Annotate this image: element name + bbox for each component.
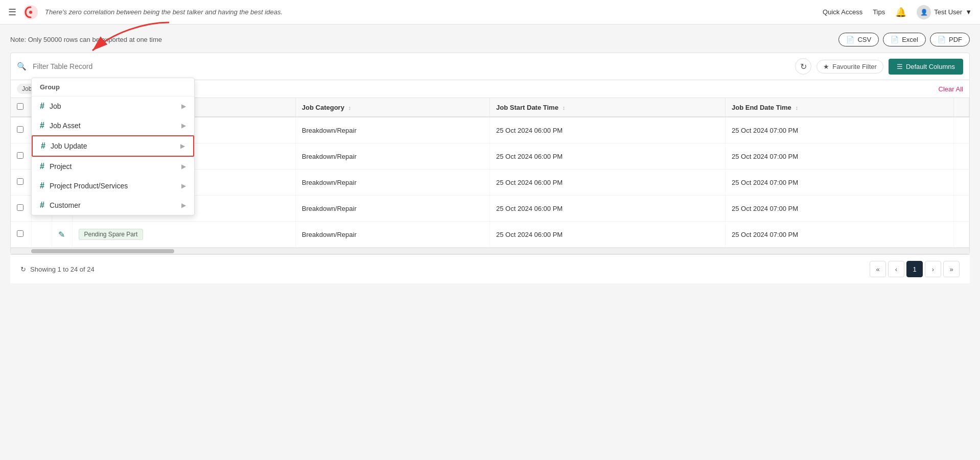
- dropdown-project-label: Project: [50, 162, 72, 171]
- quick-access-link[interactable]: Quick Access: [823, 8, 862, 16]
- row-status-cell: Pending Spare Part: [72, 222, 295, 248]
- search-icon: 🔍: [17, 62, 27, 71]
- hash-icon-job-asset: #: [40, 121, 44, 130]
- top-navigation: ☰ There's zero correlation between being…: [0, 0, 980, 25]
- pdf-export-button[interactable]: 📄 PDF: [930, 33, 970, 46]
- row-checkbox-cell: [11, 170, 31, 196]
- dropdown-item-job-update[interactable]: # Job Update ▶: [32, 135, 194, 157]
- filter-table-input[interactable]: [33, 62, 789, 70]
- select-all-checkbox[interactable]: [17, 103, 24, 110]
- filter-bar: 🔍 ↻ ★ Favourite Filter ☰ Default Columns: [11, 53, 969, 80]
- dropdown-job-update-label: Job Update: [51, 142, 87, 150]
- chevron-right-icon-job-asset: ▶: [181, 122, 186, 129]
- app-logo: [22, 4, 39, 20]
- row-category-cell: Breakdown/Repair: [295, 222, 489, 248]
- row-checkbox[interactable]: [17, 126, 24, 133]
- row-checkbox[interactable]: [17, 204, 24, 211]
- user-chevron-down-icon: ▼: [965, 8, 972, 16]
- col-header-actions: [954, 98, 969, 117]
- export-buttons: 📄 CSV 📄 Excel 📄 PDF: [838, 33, 970, 46]
- row-checkbox-cell: [11, 143, 31, 170]
- dropdown-item-customer[interactable]: # Customer ▶: [32, 196, 194, 215]
- col-header-job-category[interactable]: Job Category ↕: [295, 98, 489, 117]
- col-header-job-start[interactable]: Job Start Date Time ↕: [490, 98, 726, 117]
- pagination-controls: « ‹ 1 › »: [870, 261, 960, 277]
- hash-icon-project-product: #: [40, 181, 44, 190]
- row-category-cell: Breakdown/Repair: [295, 170, 489, 196]
- row-action-cell: [954, 170, 969, 196]
- chevron-right-icon-project-product: ▶: [181, 182, 186, 189]
- star-icon: ★: [823, 63, 829, 70]
- dropdown-item-job[interactable]: # Job ▶: [32, 96, 194, 116]
- next-page-button[interactable]: ›: [925, 261, 941, 277]
- dropdown-item-project-product-services[interactable]: # Project Product/Services ▶: [32, 176, 194, 196]
- refresh-icon[interactable]: ↻: [20, 265, 26, 273]
- row-start-cell: 25 Oct 2024 06:00 PM: [490, 143, 726, 170]
- hash-icon-job: #: [40, 102, 44, 111]
- row-end-cell: 25 Oct 2024 07:00 PM: [726, 196, 954, 222]
- row-action-cell: [954, 117, 969, 143]
- current-page-button[interactable]: 1: [906, 261, 923, 277]
- hash-icon-job-update: #: [41, 141, 45, 151]
- svg-point-1: [29, 11, 32, 14]
- row-end-cell: 25 Oct 2024 07:00 PM: [726, 222, 954, 248]
- filter-section: 🔍 ↻ ★ Favourite Filter ☰ Default Columns: [11, 53, 969, 98]
- row-start-cell: 25 Oct 2024 06:00 PM: [490, 222, 726, 248]
- row-category-cell: Breakdown/Repair: [295, 117, 489, 143]
- excel-export-button[interactable]: 📄 Excel: [883, 33, 926, 46]
- table-row: ✎ Pending Spare Part Breakdown/Repair 25…: [11, 222, 969, 248]
- group-dropdown-menu: Group # Job ▶ # Job Asset ▶: [31, 78, 195, 215]
- sort-icon-job-start: ↕: [563, 105, 566, 111]
- row-edit-cell[interactable]: ✎: [52, 222, 72, 248]
- last-page-button[interactable]: »: [943, 261, 960, 277]
- columns-icon: ☰: [897, 63, 903, 70]
- user-name-label: Test User: [934, 8, 962, 16]
- row-category-cell: Breakdown/Repair: [295, 143, 489, 170]
- excel-label: Excel: [902, 36, 918, 43]
- user-menu[interactable]: 👤 Test User ▼: [917, 5, 972, 19]
- dropdown-job-label: Job: [50, 102, 61, 110]
- default-columns-label: Default Columns: [906, 63, 955, 70]
- horizontal-scrollbar[interactable]: [11, 248, 969, 254]
- chevron-right-icon-job-update: ▶: [180, 142, 185, 150]
- first-page-button[interactable]: «: [870, 261, 886, 277]
- dropdown-job-asset-label: Job Asset: [50, 122, 81, 130]
- row-action-cell: [954, 196, 969, 222]
- filter-actions: ↻ ★ Favourite Filter ☰ Default Columns: [795, 58, 963, 75]
- refresh-button[interactable]: ↻: [795, 58, 811, 75]
- notification-bell-icon[interactable]: 🔔: [895, 7, 906, 18]
- sort-icon-job-category: ↕: [348, 105, 351, 111]
- favourite-filter-button[interactable]: ★ Favourite Filter: [816, 60, 883, 74]
- nav-right-section: Quick Access Tips 🔔 👤 Test User ▼: [823, 5, 972, 19]
- row-checkbox[interactable]: [17, 152, 24, 159]
- csv-label: CSV: [857, 36, 871, 43]
- row-start-cell: 25 Oct 2024 06:00 PM: [490, 170, 726, 196]
- hash-icon-customer: #: [40, 201, 44, 210]
- favourite-filter-label: Favourite Filter: [832, 63, 877, 70]
- row-end-cell: 25 Oct 2024 07:00 PM: [726, 117, 954, 143]
- prev-page-button[interactable]: ‹: [888, 261, 904, 277]
- table-container: 🔍 ↻ ★ Favourite Filter ☰ Default Columns: [10, 53, 970, 254]
- pagination-info: ↻ Showing 1 to 24 of 24: [20, 265, 95, 273]
- row-checkbox[interactable]: [17, 230, 24, 237]
- dropdown-group-header: Group: [32, 78, 194, 96]
- row-number-cell: [31, 222, 52, 248]
- row-checkbox-cell: [11, 196, 31, 222]
- clear-all-button[interactable]: Clear All: [939, 85, 963, 93]
- row-action-cell: [954, 143, 969, 170]
- row-checkbox-cell: [11, 117, 31, 143]
- row-checkbox[interactable]: [17, 178, 24, 185]
- row-category-cell: Breakdown/Repair: [295, 196, 489, 222]
- dropdown-item-project[interactable]: # Project ▶: [32, 157, 194, 176]
- csv-export-button[interactable]: 📄 CSV: [838, 33, 879, 46]
- hamburger-menu-icon[interactable]: ☰: [8, 7, 16, 18]
- pdf-icon: 📄: [938, 36, 946, 43]
- scrollbar-thumb[interactable]: [31, 249, 174, 253]
- col-header-job-end[interactable]: Job End Date Time ↕: [726, 98, 954, 117]
- showing-label: Showing 1 to 24 of 24: [30, 265, 95, 273]
- row-end-cell: 25 Oct 2024 07:00 PM: [726, 143, 954, 170]
- tips-link[interactable]: Tips: [873, 8, 885, 16]
- default-columns-button[interactable]: ☰ Default Columns: [889, 59, 963, 75]
- dropdown-item-job-asset[interactable]: # Job Asset ▶: [32, 116, 194, 135]
- row-action-cell: [954, 222, 969, 248]
